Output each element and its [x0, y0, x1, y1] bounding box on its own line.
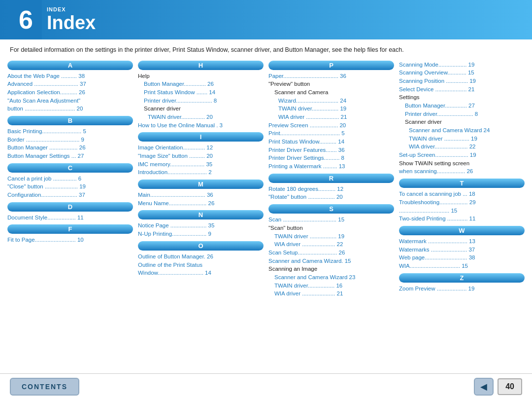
- entry-application-selection: Application Selection........... 26: [7, 88, 133, 97]
- header-text: INDEX Index: [47, 6, 96, 34]
- entry-scanner-camera: Scanner and Camera: [268, 88, 394, 97]
- entry-show-twain: Show TWAIN setting screen: [399, 159, 525, 168]
- entry-scanner-camera-wizard: Scanner and Camera Wizard. 15: [268, 257, 394, 265]
- entry-zoom-preview: Zoom Preview ................... 19: [399, 285, 525, 293]
- entry-when-scanning: when scanning.................. 26: [399, 167, 525, 176]
- entry-scanning-position: Scanning Position .............. 19: [399, 77, 525, 85]
- entry-document-style: Document Style.................. 11: [7, 214, 133, 222]
- entry-setup-screen: Set-up Screen..................... 19: [399, 151, 525, 159]
- entry-nup-printing: N-Up Printing...................... 9: [138, 230, 264, 238]
- entry-two-sided: Two-sided Printing ............. 11: [399, 215, 525, 223]
- letter-s-header: S: [268, 204, 394, 214]
- letter-n-header: N: [138, 210, 264, 219]
- entry-to-cancel-scan: To cancel a scanning job ... 18: [399, 190, 525, 198]
- page-header: 6 INDEX Index: [0, 0, 532, 39]
- letter-f-header: F: [7, 224, 133, 234]
- entry-web-page: Web page........................... 38: [399, 254, 525, 262]
- entry-rotate-180: Rotate 180 degrees........... 12: [268, 185, 394, 193]
- entry-outline-print-status-2: Window............................. 14: [138, 269, 264, 277]
- index-column-4: Scanning Mode.................. 19 Scann…: [399, 61, 525, 364]
- entry-scanning-overview: Scanning Overview............ 15: [399, 69, 525, 77]
- entry-scanning-twain: TWAIN driver................. 16: [268, 282, 394, 290]
- entry-help-button-manager: Button Manager.............. 26: [138, 80, 264, 88]
- contents-button[interactable]: CONTENTS: [10, 378, 79, 396]
- entry-advanced: Advanced ............................ 37: [7, 80, 133, 88]
- entry-image-orientation: Image Orientation.............. 12: [138, 144, 264, 152]
- index-column-3: P Paper.................................…: [268, 61, 394, 364]
- letter-h-header: H: [138, 61, 264, 70]
- entry-help-print-status: Print Status Window ....... 14: [138, 88, 264, 97]
- entry-scan-setup: Scan Setup......................... 26: [268, 249, 394, 257]
- letter-t-header: T: [399, 179, 525, 188]
- entry-scanning-wizard: Scanner and Camera Wizard 23: [268, 273, 394, 282]
- page-footer: CONTENTS ◀ 40: [0, 373, 532, 399]
- entry-scanning-image: Scanning an Image: [268, 265, 394, 273]
- entry-twain-p: TWAIN driver................. 19: [268, 105, 394, 113]
- entry-auto-scan: "Auto Scan Area Adjustment": [7, 97, 133, 105]
- letter-i-header: I: [138, 132, 264, 142]
- entry-settings-button-manager: Button Manager.............. 27: [399, 102, 525, 110]
- entry-notice-page: Notice Page ....................... 35: [138, 221, 264, 230]
- index-column-2: H Help Button Manager.............. 26 P…: [138, 61, 264, 364]
- entry-about-web-page: About the Web Page .......... 38: [7, 72, 133, 80]
- back-nav-button[interactable]: ◀: [474, 378, 494, 396]
- entry-basic-printing: Basic Printing......................... …: [7, 127, 133, 136]
- letter-d-header: D: [7, 202, 133, 212]
- entry-rotate-button: "Rotate" button ................. 20: [268, 193, 394, 201]
- entry-outline-button-manager: Outline of Button Manager. 26: [138, 253, 264, 261]
- entry-settings-wia: WIA driver..................... 22: [399, 143, 525, 151]
- letter-b-header: B: [7, 116, 133, 125]
- entry-scan-wia: WIA driver ..................... 22: [268, 240, 394, 249]
- entry-watermark: Watermark ......................... 13: [399, 237, 525, 246]
- entry-configuration: Configuration....................... 37: [7, 191, 133, 199]
- letter-p-header: P: [268, 61, 394, 70]
- entry-how-to-use: How to Use the Online Manual . 3: [138, 121, 264, 130]
- entry-settings-scanner-driver: Scanner driver: [399, 118, 525, 126]
- letter-a-header: A: [7, 61, 133, 70]
- entry-auto-scan-2: button ................................ …: [7, 105, 133, 113]
- letter-w-header: W: [399, 226, 525, 235]
- entry-scanning-mode: Scanning Mode.................. 19: [399, 61, 525, 69]
- entry-preview-screen: Preview Screen .................. 20: [268, 121, 394, 130]
- entry-wia-p: WIA driver ..................... 21: [268, 113, 394, 121]
- letter-z-header: Z: [399, 273, 525, 283]
- entry-scan-twain: TWAIN driver ................. 19: [268, 232, 394, 241]
- entry-scanning-wia: WIA driver ..................... 21: [268, 290, 394, 298]
- entry-button-manager: Button Manager .................. 26: [7, 144, 133, 152]
- entry-cancel-print: Cancel a print job ............... 6: [7, 175, 133, 183]
- entry-fit-to-page: Fit to Page.......................... 10: [7, 236, 133, 244]
- entry-introduction: Introduction......................... 2: [138, 168, 264, 177]
- index-column-1: A About the Web Page .......... 38 Advan…: [7, 61, 133, 364]
- entry-settings: Settings: [399, 93, 525, 102]
- chapter-label: INDEX: [47, 6, 96, 13]
- entry-scan-button: "Scan" button: [268, 224, 394, 232]
- page-number: 40: [498, 378, 522, 395]
- entry-scanner-driver: Scanner driver: [138, 105, 264, 113]
- entry-wizard-p: Wizard........................... 24: [268, 97, 394, 105]
- entry-outline-print-status-1: Outline of the Print Status: [138, 261, 264, 269]
- entry-help-printer-driver: Printer driver....................... 8: [138, 97, 264, 105]
- entry-settings-printer-driver: Printer driver....................... 8: [399, 110, 525, 118]
- index-content: A About the Web Page .......... 38 Advan…: [0, 59, 532, 364]
- letter-o-header: O: [138, 241, 264, 251]
- entry-image-size: "Image Size" button .......... 20: [138, 152, 264, 160]
- entry-t-blank: ................................ 15: [399, 207, 525, 215]
- entry-close-button: "Close" button ..................... 19: [7, 182, 133, 191]
- entry-preview-button: "Preview" button: [268, 80, 394, 88]
- entry-help: Help: [138, 72, 264, 80]
- intro-text: For detailed information on the settings…: [0, 39, 532, 59]
- entry-settings-wizard: Scanner and Camera Wizard 24: [399, 126, 525, 135]
- entry-paper: Paper...................................…: [268, 72, 394, 80]
- entry-printing-watermark: Printing a Watermark ......... 13: [268, 162, 394, 171]
- entry-main: Main................................... …: [138, 191, 264, 199]
- entry-menu-name: Menu Name........................ 26: [138, 199, 264, 208]
- entry-scan: Scan .................................. …: [268, 216, 394, 224]
- entry-printer-driver-features: Printer Driver Features....... 36: [268, 146, 394, 154]
- chapter-number: 6: [10, 0, 42, 39]
- entry-settings-twain: TWAIN driver ................ 19: [399, 135, 525, 143]
- letter-r-header: R: [268, 174, 394, 183]
- entry-twain-driver-h: TWAIN driver............... 20: [138, 113, 264, 121]
- entry-print: Print...................................…: [268, 129, 394, 138]
- entry-printer-driver-settings: Printer Driver Settings.......... 8: [268, 154, 394, 162]
- footer-nav: ◀ 40: [474, 378, 522, 396]
